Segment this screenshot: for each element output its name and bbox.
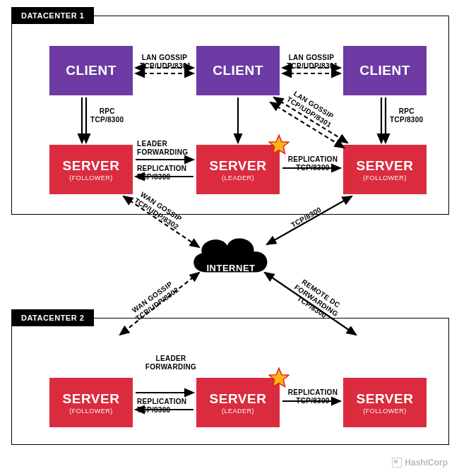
server-role: (FOLLOWER) <box>363 407 407 415</box>
client-title: CLIENT <box>359 63 410 78</box>
leader-fwd-label: LEADER FORWARDING <box>137 140 193 156</box>
server-role: (FOLLOWER) <box>363 174 407 182</box>
server-role: (FOLLOWER) <box>69 174 113 182</box>
replication-label: REPLICATIONTCP/8300 <box>137 398 193 414</box>
server-role: (FOLLOWER) <box>69 407 113 415</box>
internet-cloud: INTERNET <box>185 230 277 284</box>
rpc-label: RPCTCP/8300 <box>90 107 124 124</box>
server-role: (LEADER) <box>222 407 254 415</box>
server-title: SERVER <box>357 391 414 407</box>
leader-star-icon <box>268 134 290 155</box>
rpc-label: RPCTCP/8300 <box>390 107 423 124</box>
server-title: SERVER <box>63 158 120 174</box>
dc1-client-1: CLIENT <box>49 46 133 95</box>
server-title: SERVER <box>357 158 414 174</box>
dc1-server-3: SERVER(FOLLOWER) <box>343 145 427 194</box>
hashicorp-icon <box>392 458 402 468</box>
server-role: (LEADER) <box>222 174 254 182</box>
dc2-server-1: SERVER(FOLLOWER) <box>49 378 133 427</box>
leader-star-icon <box>268 367 290 388</box>
replication-label: REPLICATIONTCP/8300 <box>137 165 193 181</box>
dc2-server-3: SERVER(FOLLOWER) <box>343 378 427 427</box>
lan-gossip-label: LAN GOSSIPTCP/UDP/8301 <box>140 54 189 70</box>
lan-gossip-label: LAN GOSSIPTCP/UDP/8301 <box>287 54 336 70</box>
server-title: SERVER <box>210 391 267 407</box>
server-title: SERVER <box>63 391 120 407</box>
server-title: SERVER <box>210 158 267 174</box>
svg-marker-0 <box>269 135 289 153</box>
leader-fwd-label: LEADER FORWARDING <box>143 355 199 371</box>
dc1-client-3: CLIENT <box>343 46 427 95</box>
dc1-client-2: CLIENT <box>196 46 280 95</box>
dc1-server-1: SERVER(FOLLOWER) <box>49 145 133 194</box>
internet-label: INTERNET <box>185 263 277 273</box>
replication-label: REPLICATIONTCP/8300 <box>286 388 340 405</box>
svg-marker-1 <box>269 368 289 386</box>
client-title: CLIENT <box>213 63 263 78</box>
watermark: HashiCorp <box>392 458 448 468</box>
dc1-label: DATACENTER 1 <box>11 7 94 24</box>
client-title: CLIENT <box>66 63 117 78</box>
dc2-server-2: SERVER(LEADER) <box>196 378 280 427</box>
dc2-label: DATACENTER 2 <box>11 309 94 326</box>
replication-label: REPLICATIONTCP/8300 <box>286 155 340 172</box>
dc1-server-2: SERVER(LEADER) <box>196 145 280 194</box>
